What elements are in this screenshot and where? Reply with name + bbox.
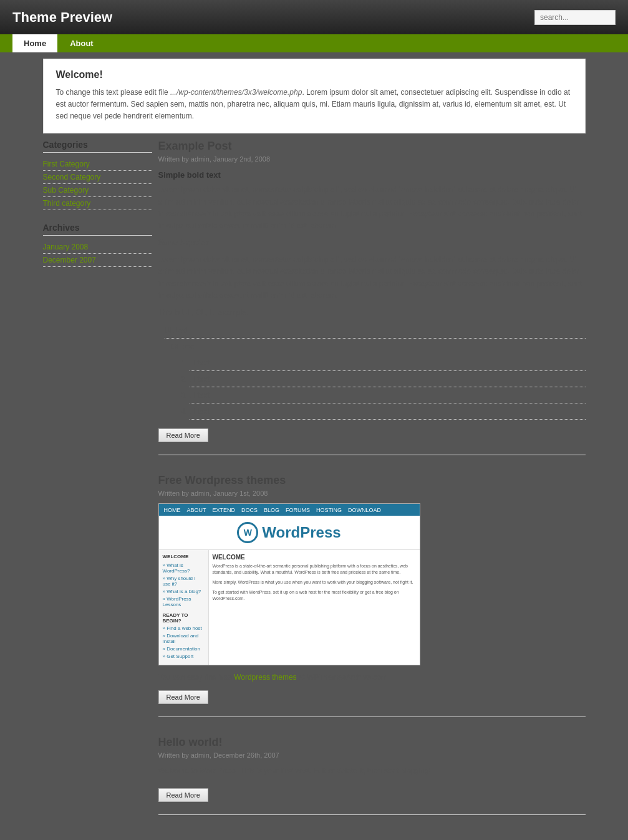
wp-nav-bar: HOME ABOUT EXTEND DOCS BLOG FORUMS HOSTI… [159,504,420,516]
sidebar-link[interactable]: Second Category [43,171,152,184]
welcome-heading: Welcome! [56,69,572,80]
post-body-text: You can easy find free Wordpress themes … [158,672,586,683]
wp-sidebar-small: WELCOME » What is WordPress? » Why shoul… [159,550,209,665]
search-input[interactable] [534,10,616,25]
archive-link[interactable]: December 2007 [43,254,152,267]
post-paragraph2: Lorem ipsum dolor sit amet, consectetur … [158,254,586,302]
header: Theme Preview [0,0,628,34]
welcome-box: Welcome! To change this text please edit… [43,59,586,133]
ol-text-label: OL text [171,341,586,353]
nav-about[interactable]: About [59,34,105,52]
post-meta: Written by admin, December 26th, 2007 [158,751,586,759]
wp-main-small: WELCOME WordPress is a state-of-the-art … [209,550,420,665]
categories-heading: Categories [43,140,152,153]
list-item: Li text [190,372,586,387]
post-paragraph: Welcome to WordPress. This is your first… [158,765,586,777]
nav: Home About [0,34,628,52]
welcome-text: To change this text please edit file ...… [56,87,572,123]
ol-wrapper: OL text Li text Li text Li text Li text [171,341,586,420]
post-example: Example Post Written by admin, January 2… [158,140,586,456]
post-title: Example Post [158,140,586,153]
wp-logo: W WordPress [237,522,341,543]
post-bquotes-label: Some b-quotes: [158,237,586,249]
wordpress-screenshot: HOME ABOUT EXTEND DOCS BLOG FORUMS HOSTI… [158,503,420,665]
post-meta: Written by admin, January 1st, 2008 [158,490,586,497]
archives-section: Archives January 2008 December 2007 [43,223,152,267]
list-item: Li text [190,405,586,420]
sidebar: Categories First Category Second Categor… [43,140,152,834]
main-content: Example Post Written by admin, January 2… [158,140,586,834]
post-wordpress-themes: Free Wordpress themes Written by admin, … [158,474,586,717]
post-ul: UL text [165,324,586,339]
categories-section: Categories First Category Second Categor… [43,140,152,210]
wp-inner: HOME ABOUT EXTEND DOCS BLOG FORUMS HOSTI… [159,504,420,665]
sidebar-link[interactable]: Third category [43,197,152,210]
wp-body: WELCOME » What is WordPress? » Why shoul… [159,550,420,665]
content-area: Categories First Category Second Categor… [43,140,586,834]
wrapper: Welcome! To change this text please edit… [43,52,586,840]
sidebar-link[interactable]: Sub Category [43,184,152,197]
post-hello-world: Hello world! Written by admin, December … [158,736,586,815]
read-more-button-2[interactable]: Read More [158,690,208,704]
list-item: UL text [165,324,586,339]
wp-logo-circle: W [237,522,258,543]
post-bold-heading: Simple bold text [158,169,586,182]
post-title: Hello world! [158,736,586,749]
read-more-button[interactable]: Read More [158,428,208,442]
sidebar-link[interactable]: First Category [43,158,152,171]
wp-logo-area: W WordPress [159,516,420,550]
site-title: Theme Preview [12,9,112,26]
post-meta: Written by admin, January 2nd, 2008 [158,155,586,163]
post-title: Free Wordpress themes [158,474,586,487]
archives-heading: Archives [43,223,152,236]
nav-home[interactable]: Home [12,34,57,52]
list-item: Li text [190,389,586,403]
read-more-button-3[interactable]: Read More [158,788,208,802]
post-ul-ol-label: This is UL, OL, LI example: [158,307,586,319]
wordpress-themes-link[interactable]: Wordpress themes [234,673,296,682]
post-content: Simple bold text Lorem ipsum dolor sit a… [158,169,586,420]
list-item: Li text [190,356,586,371]
post-paragraph: Lorem ipsum dolor sit amet, consectetur … [158,184,586,232]
archive-link[interactable]: January 2008 [43,241,152,254]
post-ol: Li text Li text Li text Li text [190,356,586,420]
